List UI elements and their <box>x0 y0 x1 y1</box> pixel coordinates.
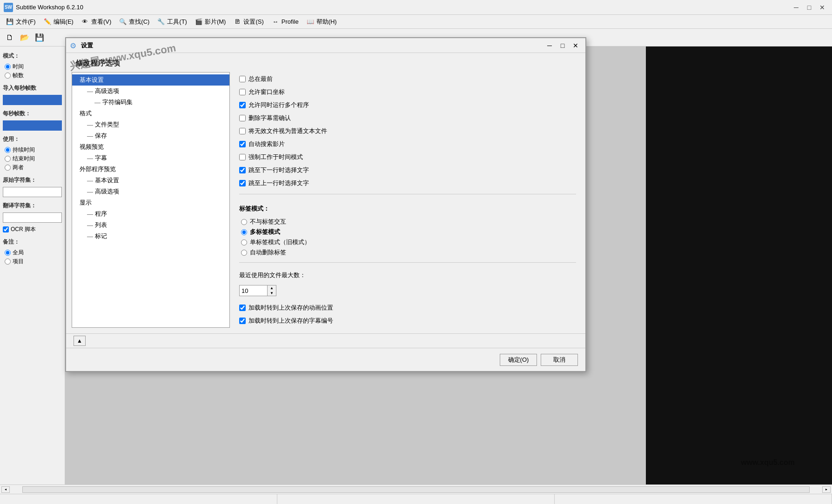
tag-mode-no-interact[interactable]: 不与标签交互 <box>241 218 576 226</box>
tree-item-subtitle[interactable]: —字幕 <box>72 153 229 164</box>
use-radio-group: 持续时间 结束时间 两者 <box>3 146 62 172</box>
menu-item-help[interactable]: 📖 帮助(H) <box>302 16 341 28</box>
app-title: Subtitle Workshop 6.2.10 <box>16 4 790 11</box>
tree-item-file-type[interactable]: —文件类型 <box>72 119 229 130</box>
cb-allow-coords-label: 允许窗口坐标 <box>248 88 285 96</box>
tree-item-video-preview[interactable]: 视频预览 <box>72 141 229 153</box>
tree-item-save[interactable]: —保存 <box>72 130 229 141</box>
tree-item-basic[interactable]: 基本设置 <box>72 74 229 86</box>
mode-time-radio[interactable]: 时间 <box>5 63 62 71</box>
tree-item-format[interactable]: 格式 <box>72 108 229 119</box>
cb-always-top[interactable]: 总在最前 <box>239 74 576 84</box>
cb-allow-multi[interactable]: 允许同时运行多个程序 <box>239 100 576 110</box>
maximize-button[interactable]: □ <box>803 2 815 13</box>
recent-files-input[interactable]: 10 <box>239 285 267 296</box>
tree-item-charset[interactable]: —字符编码集 <box>72 97 229 108</box>
open-button[interactable]: 📂 <box>18 31 32 44</box>
dialog-close-button[interactable]: ✕ <box>570 40 582 51</box>
save-button[interactable]: 💾 <box>33 31 47 44</box>
menu-view-label: 查看(V) <box>91 18 111 26</box>
mode-label: 模式： <box>3 52 62 60</box>
dialog-maximize-button[interactable]: □ <box>557 40 569 51</box>
menu-item-tools[interactable]: 🔧 工具(T) <box>153 16 191 28</box>
title-controls: ─ □ ✕ <box>790 2 828 13</box>
notes-global-radio[interactable]: 全局 <box>5 249 62 257</box>
notes-label: 备注： <box>3 238 62 246</box>
tag-mode-multi[interactable]: 多标签模式 <box>241 228 576 236</box>
tag-mode-label: 标签模式： <box>239 205 576 213</box>
tag-mode-no-interact-label: 不与标签交互 <box>250 218 286 226</box>
tree-scroll-up-button[interactable]: ▲ <box>74 336 86 346</box>
mode-frame-radio[interactable]: 帧数 <box>5 72 62 80</box>
scroll-right-button[interactable]: ▸ <box>822 486 831 493</box>
tree-item-ext-basic[interactable]: —基本设置 <box>72 175 229 186</box>
tree-item-advanced[interactable]: —高级选项 <box>72 86 229 97</box>
menu-item-edit[interactable]: ✏️ 编辑(E) <box>40 16 77 28</box>
tree-item-display[interactable]: 显示 <box>72 197 229 208</box>
cb-allow-coords[interactable]: 允许窗口坐标 <box>239 87 576 97</box>
use-both-radio[interactable]: 两者 <box>5 164 62 172</box>
spinner-down-button[interactable]: ▼ <box>268 291 276 296</box>
spinner-up-button[interactable]: ▲ <box>268 285 276 291</box>
notes-project-radio[interactable]: 项目 <box>5 258 62 265</box>
cb-select-next-label: 跳至下一行时选择文字 <box>248 166 309 174</box>
spinner-buttons: ▲ ▼ <box>267 285 276 296</box>
cb-load-animation[interactable]: 加载时转到上次保存的动画位置 <box>239 303 576 313</box>
menu-item-movie[interactable]: 🎬 影片(M) <box>191 16 230 28</box>
fps-per-second-input[interactable]: 25.00 <box>3 120 62 131</box>
ocr-checkbox[interactable]: OCR 脚本 <box>3 225 62 233</box>
new-button[interactable]: 🗋 <box>3 31 17 44</box>
dialog-title-icon: ⚙ <box>70 41 78 50</box>
scroll-left-button[interactable]: ◂ <box>1 486 10 493</box>
tree-item-mark[interactable]: —标记 <box>72 231 229 242</box>
use-duration-label: 持续时间 <box>13 146 35 154</box>
tree-item-list[interactable]: —列表 <box>72 219 229 231</box>
dialog-minimize-button[interactable]: ─ <box>543 40 556 51</box>
ocr-label: OCR 脚本 <box>11 225 36 233</box>
minimize-button[interactable]: ─ <box>790 2 802 13</box>
scroll-track[interactable] <box>22 486 810 493</box>
menu-profile-label: Profile <box>282 18 299 25</box>
close-button[interactable]: ✕ <box>816 2 828 13</box>
cb-select-prev-label: 跳至上一行时选择文字 <box>248 179 309 187</box>
cb-select-prev[interactable]: 跳至上一行时选择文字 <box>239 178 576 188</box>
app-scroll-bar: ◂ ▸ <box>0 484 832 494</box>
dialog-title-text: 设置 <box>81 41 543 50</box>
cb-invalid-file[interactable]: 将无效文件视为普通文本文件 <box>239 126 576 136</box>
cancel-button[interactable]: 取消 <box>541 354 578 366</box>
cb-force-time[interactable]: 强制工作于时间模式 <box>239 152 576 162</box>
use-label: 使用： <box>3 135 62 143</box>
menu-item-settings[interactable]: 🖹 设置(S) <box>229 16 267 28</box>
menu-item-view[interactable]: 👁 查看(V) <box>77 16 115 28</box>
cb-load-subtitle[interactable]: 加载时转到上次保存的字幕编号 <box>239 316 576 326</box>
tag-mode-auto-delete[interactable]: 自动删除标签 <box>241 248 576 257</box>
settings-tree[interactable]: 基本设置 —高级选项 —字符编码集 格式 —文件类型 —保存 视频预览 —字幕 … <box>72 72 230 328</box>
mode-radio-group: 时间 帧数 <box>3 63 62 80</box>
app-icon: SW <box>4 3 13 12</box>
tree-item-ext-advanced[interactable]: —高级选项 <box>72 186 229 197</box>
cb-select-next[interactable]: 跳至下一行时选择文字 <box>239 165 576 175</box>
tree-item-program[interactable]: —程序 <box>72 208 229 219</box>
original-charset-input[interactable]: Default <box>3 187 62 197</box>
tree-item-ext-preview[interactable]: 外部程序预览 <box>72 164 229 175</box>
notes-radio-group: 全局 项目 <box>3 249 62 265</box>
settings-menu-icon: 🖹 <box>233 18 242 26</box>
menu-item-file[interactable]: 💾 文件(F) <box>2 16 40 28</box>
translate-charset-input[interactable]: Default <box>3 212 62 223</box>
menu-item-find[interactable]: 🔍 查找(C) <box>115 16 153 28</box>
import-fps-label: 导入每秒帧数 <box>3 84 62 92</box>
recent-files-row: 最近使用的文件最大数： <box>239 271 576 279</box>
help-icon: 📖 <box>306 18 315 26</box>
use-end-radio[interactable]: 结束时间 <box>5 155 62 163</box>
tag-mode-single[interactable]: 单标签模式（旧模式） <box>241 238 576 246</box>
cb-force-time-label: 强制工作于时间模式 <box>248 153 303 161</box>
cb-auto-search[interactable]: 自动搜索影片 <box>239 139 576 149</box>
use-duration-radio[interactable]: 持续时间 <box>5 146 62 154</box>
menu-file-label: 文件(F) <box>16 18 36 26</box>
ok-button[interactable]: 确定(O) <box>500 354 537 366</box>
menu-item-profile[interactable]: ↔ Profile <box>268 16 302 28</box>
cb-delete-confirm[interactable]: 删除字幕需确认 <box>239 113 576 123</box>
fps-per-second-label: 每秒帧数： <box>3 110 62 118</box>
use-both-label: 两者 <box>13 164 24 172</box>
import-fps-input[interactable]: 25.00 <box>3 95 62 105</box>
